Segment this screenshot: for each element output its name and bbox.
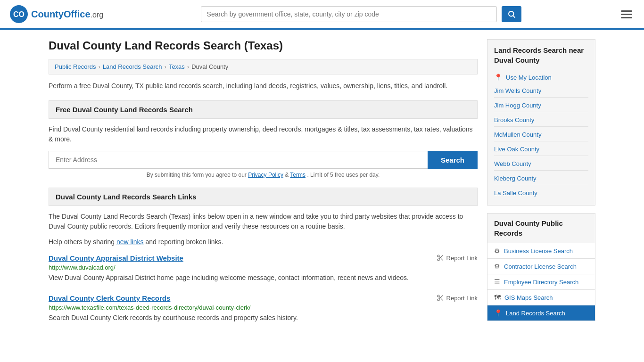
pin-icon: 📍 xyxy=(494,74,502,81)
sidebar-employee-directory[interactable]: ☰ Employee Directory Search xyxy=(487,274,595,290)
list-icon: ☰ xyxy=(494,278,500,286)
global-search-area xyxy=(201,6,521,22)
nearby-county-link-5[interactable]: Webb County xyxy=(494,160,531,167)
nearby-county-4: Live Oak County xyxy=(494,142,588,156)
svg-point-10 xyxy=(438,299,439,301)
use-my-location-link[interactable]: Use My Location xyxy=(506,74,552,81)
svg-line-13 xyxy=(439,296,440,298)
global-search-button[interactable] xyxy=(502,6,521,22)
sidebar-contractor-license[interactable]: ⚙ Contractor License Search xyxy=(487,259,595,274)
scissors-icon-1 xyxy=(437,254,444,262)
business-license-link[interactable]: Business License Search xyxy=(504,247,573,255)
employee-directory-link[interactable]: Employee Directory Search xyxy=(504,279,578,286)
main-container: Duval County Land Records Search (Texas)… xyxy=(39,30,605,344)
location-pin-icon: 📍 xyxy=(494,309,502,317)
nearby-county-link-1[interactable]: Jim Hogg County xyxy=(494,102,541,109)
nearby-county-7: La Salle County xyxy=(494,186,588,199)
address-input[interactable] xyxy=(49,151,428,169)
links-section-heading: Duval County Land Records Search Links xyxy=(49,188,478,206)
breadcrumb-public-records[interactable]: Public Records xyxy=(55,63,96,70)
address-search-form: Search xyxy=(49,151,478,169)
nearby-county-link-7[interactable]: La Salle County xyxy=(494,189,537,197)
page-title: Duval County Land Records Search (Texas) xyxy=(49,39,478,52)
gear-icon: ⚙ xyxy=(494,263,500,270)
report-link-button-1[interactable]: Report Link xyxy=(437,254,478,262)
link-item-header-1: Duval County Appraisal District Website … xyxy=(49,254,478,262)
nearby-county-2: Brooks County xyxy=(494,113,588,127)
nearby-county-link-0[interactable]: Jim Wells County xyxy=(494,87,541,94)
link-item-1: Duval County Appraisal District Website … xyxy=(49,254,478,283)
breadcrumb-sep-2: › xyxy=(165,63,166,70)
sidebar-public-records-title: Duval County Public Records xyxy=(487,214,595,243)
breadcrumb: Public Records › Land Records Search › T… xyxy=(49,59,478,74)
site-header: CO CountyOffice.org xyxy=(0,0,644,30)
nearby-county-link-4[interactable]: Live Oak County xyxy=(494,146,539,153)
report-link-label-2: Report Link xyxy=(446,295,478,302)
link-item-2: Duval County Clerk County Records Report… xyxy=(49,294,478,323)
map-icon: 🗺 xyxy=(494,294,501,301)
sidebar-business-license[interactable]: ⚙ Business License Search xyxy=(487,243,595,259)
logo-icon: CO xyxy=(9,5,28,24)
disclaimer-limit: . Limit of 5 free uses per day. xyxy=(307,172,380,178)
new-links-link[interactable]: new links xyxy=(116,238,144,246)
disclaimer-and: & xyxy=(285,172,290,178)
hamburger-line-3 xyxy=(621,17,632,18)
use-my-location-item[interactable]: 📍 Use My Location xyxy=(494,71,588,84)
hamburger-line-1 xyxy=(621,10,632,12)
link-title-2[interactable]: Duval County Clerk County Records xyxy=(49,294,170,302)
svg-point-5 xyxy=(438,259,439,261)
search-submit-button[interactable]: Search xyxy=(428,151,478,169)
link-url-2: https://www.texasfile.com/texas-deed-rec… xyxy=(49,304,478,311)
report-link-label-1: Report Link xyxy=(446,255,478,262)
link-title-1[interactable]: Duval County Appraisal District Website xyxy=(49,254,183,262)
logo-text: CountyOffice.org xyxy=(31,9,103,20)
free-search-section: Free Duval County Land Records Search Fi… xyxy=(49,100,478,178)
sidebar-land-records[interactable]: 📍 Land Records Search xyxy=(487,305,595,321)
link-desc-2: Search Duval County Clerk records by cou… xyxy=(49,313,478,323)
gis-maps-link[interactable]: GIS Maps Search xyxy=(504,294,553,301)
svg-point-2 xyxy=(509,11,514,16)
disclaimer-text: By submitting this form you agree to our xyxy=(147,172,247,178)
sharing-text: Help others by sharing new links and rep… xyxy=(49,238,478,246)
svg-point-9 xyxy=(438,295,439,297)
breadcrumb-sep-3: › xyxy=(187,63,189,70)
privacy-policy-link[interactable]: Privacy Policy xyxy=(248,172,283,178)
breadcrumb-current: Duval County xyxy=(191,63,228,70)
nearby-county-link-2[interactable]: Brooks County xyxy=(494,116,534,123)
terms-link[interactable]: Terms xyxy=(290,172,305,178)
nearby-counties-list: Jim Wells County Jim Hogg County Brooks … xyxy=(494,84,588,199)
svg-line-7 xyxy=(441,259,443,261)
hamburger-menu-button[interactable] xyxy=(619,8,635,21)
breadcrumb-sep-1: › xyxy=(98,63,100,70)
svg-line-8 xyxy=(439,256,440,258)
nearby-county-0: Jim Wells County xyxy=(494,84,588,98)
link-item-header-2: Duval County Clerk County Records Report… xyxy=(49,294,478,302)
land-records-link[interactable]: Land Records Search xyxy=(506,310,565,317)
links-section: Duval County Land Records Search Links T… xyxy=(49,188,478,323)
global-search-input[interactable] xyxy=(201,6,497,22)
svg-point-4 xyxy=(438,255,439,257)
sidebar-public-records-section: Duval County Public Records ⚙ Business L… xyxy=(487,213,595,321)
form-disclaimer: By submitting this form you agree to our… xyxy=(49,172,478,178)
link-url-1: http://www.duvalcad.org/ xyxy=(49,264,478,271)
link-desc-1: View Duval County Appraisal District hom… xyxy=(49,273,478,283)
breadcrumb-land-records[interactable]: Land Records Search xyxy=(103,63,162,70)
nearby-county-link-6[interactable]: Kleberg County xyxy=(494,175,537,182)
nearby-county-3: McMullen County xyxy=(494,128,588,141)
sidebar-gis-maps[interactable]: 🗺 GIS Maps Search xyxy=(487,290,595,305)
breadcrumb-texas[interactable]: Texas xyxy=(169,63,185,70)
search-icon xyxy=(507,10,516,18)
nearby-county-link-3[interactable]: McMullen County xyxy=(494,131,541,138)
intro-text: Perform a free Duval County, TX public l… xyxy=(49,81,478,91)
logo-area[interactable]: CO CountyOffice.org xyxy=(9,5,103,24)
sidebar: Land Records Search near Duval County 📍 … xyxy=(487,39,595,334)
links-description: The Duval County Land Records Search (Te… xyxy=(49,212,478,231)
hamburger-line-2 xyxy=(621,14,632,15)
contractor-license-link[interactable]: Contractor License Search xyxy=(504,263,577,270)
nearby-county-5: Webb County xyxy=(494,157,588,171)
sidebar-nearby-section: Land Records Search near Duval County 📍 … xyxy=(487,39,595,206)
gear-double-icon: ⚙ xyxy=(494,247,500,255)
report-link-button-2[interactable]: Report Link xyxy=(437,294,478,302)
svg-line-12 xyxy=(441,299,443,301)
content-area: Duval County Land Records Search (Texas)… xyxy=(49,39,478,334)
